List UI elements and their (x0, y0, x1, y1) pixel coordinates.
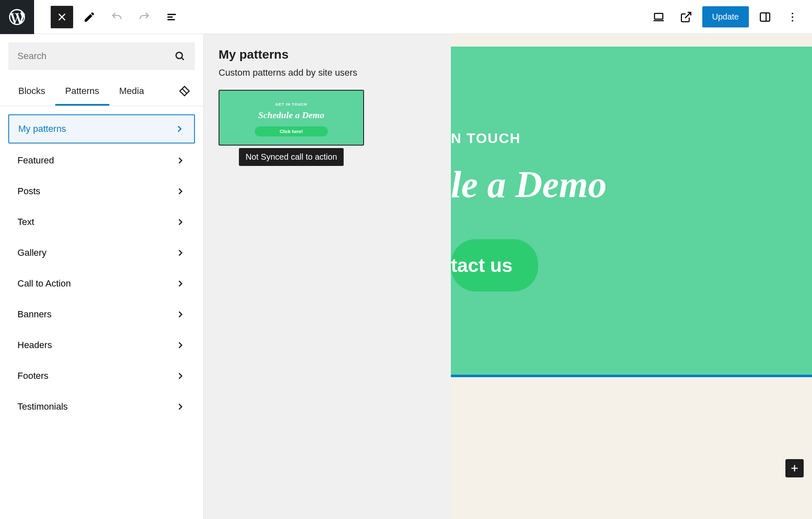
tab-blocks[interactable]: Blocks (8, 78, 55, 106)
category-label: Call to Action (17, 278, 71, 289)
svg-rect-1 (760, 13, 770, 21)
settings-panel-button[interactable] (754, 6, 776, 28)
chevron-right-icon (175, 278, 186, 289)
redo-button[interactable] (133, 6, 155, 28)
edit-tools-button[interactable] (78, 6, 101, 28)
svg-point-5 (176, 52, 182, 59)
category-banners[interactable]: Banners (8, 301, 195, 328)
category-featured[interactable]: Featured (8, 147, 195, 174)
canvas-title: le a Demo (451, 163, 812, 206)
external-link-icon (680, 11, 692, 23)
diamond-icon (178, 85, 191, 97)
add-block-button[interactable] (785, 459, 804, 477)
plus-icon (789, 463, 800, 474)
search-icon (174, 50, 186, 62)
category-label: Featured (17, 155, 54, 166)
inserter-sidebar: Blocks Patterns Media My patterns Featur… (0, 34, 204, 519)
sidebar-icon (759, 11, 771, 23)
canvas-cta-block[interactable]: N TOUCH le a Demo tact us (451, 47, 812, 377)
chevron-right-icon (175, 401, 186, 412)
category-testimonials[interactable]: Testimonials (8, 393, 195, 420)
category-footers[interactable]: Footers (8, 362, 195, 390)
options-button[interactable] (781, 6, 804, 28)
more-vertical-icon (786, 11, 799, 23)
category-headers[interactable]: Headers (8, 331, 195, 359)
tab-patterns[interactable]: Patterns (55, 78, 109, 106)
chevron-right-icon (175, 309, 186, 320)
undo-icon (111, 11, 123, 23)
search-input[interactable] (17, 51, 174, 62)
canvas-overline: N TOUCH (451, 130, 812, 146)
update-button[interactable]: Update (702, 6, 749, 27)
category-list: My patterns Featured Posts Text Gallery … (0, 106, 203, 429)
category-text[interactable]: Text (8, 208, 195, 236)
chevron-right-icon (175, 217, 186, 227)
category-posts[interactable]: Posts (8, 178, 195, 205)
chevron-right-icon (174, 124, 185, 134)
pattern-thumbnail[interactable]: GET IN TOUCH Schedule a Demo Click here!… (219, 90, 364, 146)
category-label: Testimonials (17, 401, 68, 412)
wordpress-logo[interactable] (0, 0, 34, 34)
chevron-right-icon (175, 371, 186, 381)
chevron-right-icon (175, 155, 186, 166)
chevron-right-icon (175, 340, 186, 351)
pencil-icon (83, 11, 96, 23)
category-label: Text (17, 217, 34, 227)
close-icon (56, 11, 68, 23)
laptop-icon (652, 11, 665, 23)
tab-media[interactable]: Media (109, 78, 154, 106)
view-button[interactable] (647, 6, 670, 28)
category-label: Footers (17, 371, 49, 381)
svg-point-3 (792, 16, 793, 18)
inserter-tabs: Blocks Patterns Media (0, 78, 203, 106)
category-label: Headers (17, 340, 52, 351)
editor-canvas[interactable]: N TOUCH le a Demo tact us (451, 34, 812, 519)
chevron-right-icon (175, 247, 186, 258)
category-label: Banners (17, 309, 52, 320)
svg-point-2 (792, 12, 793, 14)
redo-icon (138, 11, 150, 23)
preview-button[interactable] (675, 6, 697, 28)
pattern-tooltip: Not Synced call to action (239, 148, 344, 166)
canvas-cta-button[interactable]: tact us (451, 239, 538, 292)
undo-button[interactable] (106, 6, 128, 28)
category-gallery[interactable]: Gallery (8, 239, 195, 267)
category-label: Posts (17, 186, 40, 197)
wordpress-icon (7, 7, 27, 27)
category-label: Gallery (17, 247, 47, 258)
chevron-right-icon (175, 186, 186, 197)
panel-description: Custom patterns add by site users (219, 67, 436, 78)
thumb-overline: GET IN TOUCH (276, 102, 307, 106)
document-overview-button[interactable] (160, 6, 183, 28)
list-icon (165, 11, 178, 23)
panel-title: My patterns (219, 47, 436, 62)
patterns-panel: My patterns Custom patterns add by site … (204, 34, 451, 519)
explore-patterns-button[interactable] (174, 81, 195, 103)
category-label: My patterns (18, 124, 66, 134)
svg-point-4 (792, 20, 793, 21)
thumb-button: Click here! (255, 126, 328, 136)
category-call-to-action[interactable]: Call to Action (8, 270, 195, 297)
search-box (8, 42, 195, 70)
close-inserter-button[interactable] (51, 6, 73, 28)
thumb-title: Schedule a Demo (258, 110, 325, 121)
category-my-patterns[interactable]: My patterns (8, 114, 195, 143)
svg-rect-0 (655, 13, 663, 19)
